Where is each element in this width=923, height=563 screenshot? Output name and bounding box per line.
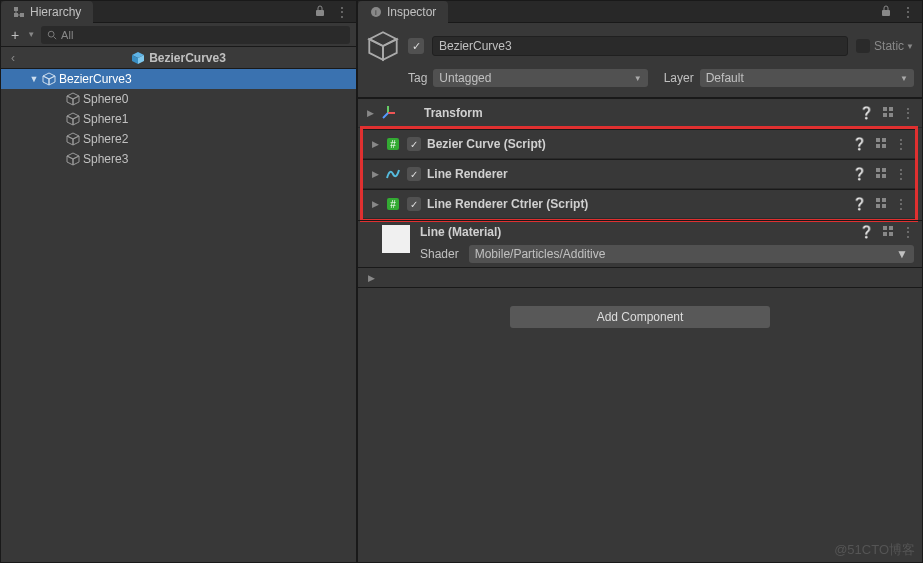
tree-item-label: Sphere0 [83,92,128,106]
svg-text:#: # [390,139,396,150]
preset-icon[interactable] [875,197,887,211]
foldout-icon[interactable]: ▼ [29,74,39,84]
static-label: Static [874,39,904,53]
svg-rect-34 [883,232,887,236]
component-header[interactable]: ▶ Transform ❔ ⋮ [358,99,922,127]
tree-item-root[interactable]: ▼ BezierCurve3 [1,69,356,89]
component-header[interactable]: ▶ # ✓ Bezier Curve (Script) ❔ ⋮ [363,130,915,158]
static-dropdown-icon[interactable]: ▼ [906,42,914,51]
gameobject-icon [66,132,80,146]
svg-rect-13 [889,107,893,111]
foldout-icon[interactable]: ▶ [366,273,376,283]
object-name-input[interactable]: BezierCurve3 [432,36,848,56]
svg-text:i: i [375,8,377,17]
gameobject-icon [66,152,80,166]
foldout-icon[interactable]: ▶ [371,199,379,209]
hierarchy-panel: Hierarchy ⋮ + ▼ All ‹ BezierCurve3 [0,0,357,563]
script-icon: # [385,136,401,152]
preset-icon[interactable] [875,167,887,181]
panel-lock-icon[interactable] [314,5,326,19]
tree-item-label: Sphere2 [83,132,128,146]
create-dropdown-caret-icon[interactable]: ▼ [27,30,35,39]
component-menu-icon[interactable]: ⋮ [895,167,907,181]
svg-rect-15 [889,113,893,117]
panel-menu-icon[interactable]: ⋮ [902,5,914,19]
watermark: @51CTO博客 [834,541,915,559]
material-name: Line (Material) [420,225,859,239]
hierarchy-search-input[interactable]: All [41,26,350,44]
create-button[interactable]: + [7,27,23,43]
help-icon[interactable]: ❔ [852,167,867,181]
inspector-tab[interactable]: i Inspector [358,1,448,23]
preset-icon[interactable] [882,225,894,239]
panel-menu-icon[interactable]: ⋮ [336,5,348,19]
hierarchy-icon [13,6,25,18]
panel-lock-icon[interactable] [880,5,892,19]
hierarchy-tab-bar: Hierarchy ⋮ [1,1,356,23]
inspector-tab-bar: i Inspector ⋮ [358,1,922,23]
svg-line-11 [383,113,388,118]
svg-rect-23 [882,168,886,172]
chevron-down-icon: ▼ [896,247,908,261]
shader-dropdown[interactable]: Mobile/Particles/Additive ▼ [469,245,914,263]
gameobject-icon [66,92,80,106]
component-menu-icon[interactable]: ⋮ [895,137,907,151]
tag-dropdown[interactable]: Untagged ▼ [433,69,647,87]
component-menu-icon[interactable]: ⋮ [902,106,914,120]
svg-rect-32 [883,226,887,230]
object-icon[interactable] [366,29,400,63]
component-bezier-curve: ▶ # ✓ Bezier Curve (Script) ❔ ⋮ [363,129,915,159]
svg-point-4 [48,31,54,37]
foldout-icon[interactable]: ▶ [371,169,379,179]
svg-rect-29 [882,198,886,202]
material-footer: ▶ [358,267,922,287]
help-icon[interactable]: ❔ [859,106,874,120]
preset-icon[interactable] [875,137,887,151]
component-enabled-checkbox[interactable]: ✓ [407,137,421,151]
tree-item[interactable]: Sphere3 [1,149,356,169]
layer-label: Layer [664,71,694,85]
help-icon[interactable]: ❔ [852,197,867,211]
hierarchy-tab[interactable]: Hierarchy [1,1,93,23]
inspector-panel: i Inspector ⋮ ✓ BezierCurve3 [357,0,923,563]
gameobject-icon [42,72,56,86]
component-enabled-checkbox[interactable]: ✓ [407,197,421,211]
svg-rect-35 [889,232,893,236]
material-section: Line (Material) ❔ ⋮ Shader Mobile/Partic… [358,220,922,267]
component-enabled-checkbox[interactable]: ✓ [407,167,421,181]
tree-item[interactable]: Sphere0 [1,89,356,109]
breadcrumb-title[interactable]: BezierCurve3 [25,51,332,65]
inspector-header: ✓ BezierCurve3 Static ▼ Tag Untagged ▼ L… [358,23,922,98]
component-header[interactable]: ▶ ✓ Line Renderer ❔ ⋮ [363,160,915,188]
add-component-section: Add Component [358,287,922,346]
preset-icon[interactable] [882,106,894,120]
component-header[interactable]: ▶ # ✓ Line Renderer Ctrler (Script) ❔ ⋮ [363,190,915,218]
add-component-button[interactable]: Add Component [510,306,770,328]
help-icon[interactable]: ❔ [859,225,874,239]
search-placeholder: All [61,29,73,41]
svg-rect-0 [14,7,18,11]
hierarchy-tree: ▼ BezierCurve3 Sphere0 Sphere1 Sp [1,69,356,562]
help-icon[interactable]: ❔ [852,137,867,151]
component-menu-icon[interactable]: ⋮ [902,225,914,239]
layer-dropdown[interactable]: Default ▼ [700,69,914,87]
tree-item[interactable]: Sphere2 [1,129,356,149]
enabled-checkbox[interactable]: ✓ [408,38,424,54]
foldout-icon[interactable]: ▶ [366,108,374,118]
tree-item[interactable]: Sphere1 [1,109,356,129]
material-preview[interactable] [382,225,410,253]
tree-item-label: Sphere1 [83,112,128,126]
tree-item-label: BezierCurve3 [59,72,132,86]
transform-icon [380,105,396,121]
static-checkbox[interactable] [856,39,870,53]
shader-label: Shader [420,247,459,261]
component-menu-icon[interactable]: ⋮ [895,197,907,211]
svg-rect-3 [316,10,324,16]
hierarchy-tab-label: Hierarchy [30,5,81,19]
svg-rect-8 [882,10,890,16]
svg-rect-25 [882,174,886,178]
search-icon [47,30,57,40]
foldout-icon[interactable]: ▶ [371,139,379,149]
component-transform: ▶ Transform ❔ ⋮ [358,98,922,128]
breadcrumb-back-button[interactable]: ‹ [1,51,25,65]
